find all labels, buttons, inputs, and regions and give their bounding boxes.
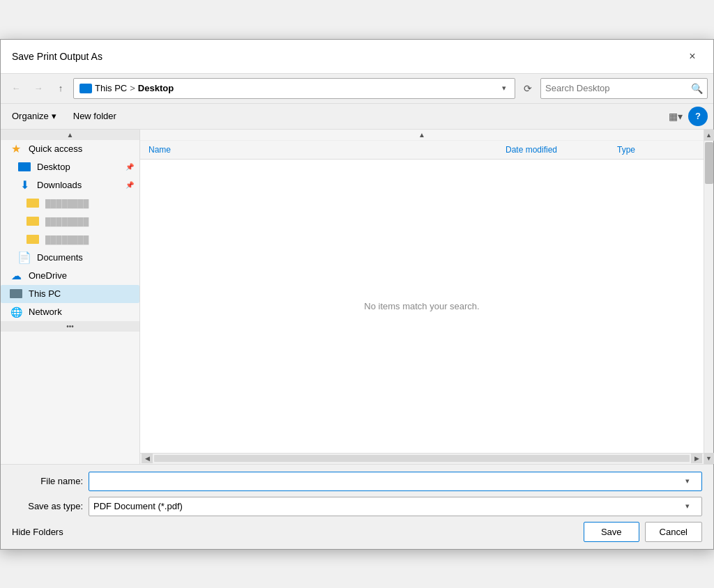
vsb-thumb[interactable] [705,142,713,184]
vsb-up[interactable]: ▲ [704,130,714,141]
breadcrumb-bar[interactable]: This PC > Desktop ▾ [73,78,515,99]
action-row: Hide Folders Save Cancel [12,522,702,542]
savetype-value: PDF Document (*.pdf) [93,501,678,511]
save-button[interactable]: Save [584,522,639,542]
cancel-button[interactable]: Cancel [645,522,702,542]
action-bar-right: ▦ ▾ ? [666,107,708,126]
network-icon: 🌐 [9,307,23,318]
sidebar-item-network[interactable]: 🌐 Network [1,303,139,321]
sidebar-label-downloads: Downloads [37,180,120,190]
hscroll-left[interactable]: ◀ [142,454,153,463]
close-button[interactable]: × [683,47,702,66]
hide-folders-button[interactable]: Hide Folders [12,527,63,537]
filename-row: File name: ▾ [12,472,702,491]
search-box: 🔍 [540,78,708,99]
empty-message: No items match your search. [364,301,479,311]
toolbar: ← → ↑ This PC > Desktop ▾ ⟳ 🔍 [1,74,713,104]
file-area: ▲ Name Date modified Type No items match… [140,130,704,464]
new-folder-button[interactable]: New folder [68,108,122,124]
downloads-icon: ⬇ [17,180,31,191]
sidebar-item-desktop[interactable]: Desktop 📌 [1,158,139,176]
title-bar: Save Print Output As × [1,40,713,74]
file-scroll-up[interactable]: ▲ [140,130,704,141]
star-icon: ★ [9,144,23,155]
sidebar-label-thispc: This PC [29,288,134,299]
sidebar-item-folder1[interactable]: ████████ [1,194,139,212]
sidebar-label-folder2: ████████ [45,217,134,226]
pc-icon [79,84,92,93]
file-list-header: Name Date modified Type [140,141,704,160]
sidebar-item-documents[interactable]: 📄 Documents [1,249,139,267]
pin-icon-downloads: 📌 [126,181,134,189]
hscroll-right[interactable]: ▶ [691,454,702,463]
sidebar-label-onedrive: OneDrive [29,270,134,281]
bottom-panel: File name: ▾ Save as type: PDF Document … [1,464,713,549]
sidebar-item-downloads[interactable]: ⬇ Downloads 📌 [1,176,139,194]
sidebar-scroll-down[interactable]: ••• [1,321,139,332]
filename-label: File name: [12,476,89,486]
breadcrumb-current: Desktop [138,83,174,93]
forward-button[interactable]: → [29,79,48,98]
vertical-scrollbar[interactable]: ▲ ▼ [704,130,713,464]
help-button[interactable]: ? [688,107,708,126]
vsb-down[interactable]: ▼ [704,453,714,464]
savetype-dropdown-button[interactable]: ▾ [678,498,697,515]
organize-arrow: ▾ [52,111,56,121]
savetype-label: Save as type: [12,501,89,511]
main-content: ▲ ★ Quick access Desktop 📌 ⬇ [1,130,713,464]
sidebar-label-folder1: ████████ [45,199,134,208]
pin-icon-desktop: 📌 [126,163,134,171]
sidebar-item-folder3[interactable]: ████████ [1,231,139,249]
filename-input-wrap: ▾ [89,472,702,491]
sidebar-scroll-up[interactable]: ▲ [1,130,139,140]
filename-dropdown-button[interactable]: ▾ [678,473,697,490]
sidebar-item-folder2[interactable]: ████████ [1,212,139,231]
vsb-track[interactable] [705,185,713,453]
folder1-icon [26,198,40,209]
breadcrumb-sep1: > [130,83,135,93]
dialog-title: Save Print Output As [12,51,102,62]
folder3-icon [26,234,40,245]
view-button[interactable]: ▦ ▾ [666,107,685,126]
sidebar-label-folder3: ████████ [45,235,134,244]
sidebar-item-quick-access[interactable]: ★ Quick access [1,140,139,158]
organize-button[interactable]: Organize ▾ [6,108,62,124]
onedrive-icon: ☁ [9,270,23,281]
organize-label: Organize [12,111,49,121]
breadcrumb: This PC > Desktop [79,83,499,93]
col-date[interactable]: Date modified [503,144,614,156]
back-button[interactable]: ← [6,79,26,98]
refresh-button[interactable]: ⟳ [518,79,538,98]
col-name[interactable]: Name [146,144,503,156]
thispc-icon [9,288,23,300]
sidebar-label-desktop: Desktop [37,162,120,172]
sidebar-label-documents: Documents [37,252,134,263]
sidebar-label-quick-access: Quick access [29,144,134,154]
filename-input[interactable] [93,476,678,486]
hscroll-track[interactable] [154,455,690,462]
desktop-icon [17,162,31,173]
sidebar-item-onedrive[interactable]: ☁ OneDrive [1,267,139,285]
save-dialog: Save Print Output As × ← → ↑ This PC > D… [0,39,714,550]
search-icon: 🔍 [691,83,703,94]
horizontal-scrollbar[interactable]: ◀ ▶ [140,453,704,464]
search-input[interactable] [545,83,691,93]
sidebar-item-thispc[interactable]: This PC [1,285,139,303]
savetype-select-wrap[interactable]: PDF Document (*.pdf) ▾ [89,497,702,516]
action-buttons: Save Cancel [584,522,702,542]
sidebar-label-network: Network [29,307,134,317]
breadcrumb-dropdown-button[interactable]: ▾ [499,84,509,93]
savetype-row: Save as type: PDF Document (*.pdf) ▾ [12,497,702,516]
sidebar: ▲ ★ Quick access Desktop 📌 ⬇ [1,130,140,464]
documents-icon: 📄 [17,252,31,263]
file-list-empty: No items match your search. [140,160,704,453]
folder2-icon [26,216,40,227]
up-button[interactable]: ↑ [51,79,70,98]
breadcrumb-thispc: This PC [95,83,127,93]
col-type[interactable]: Type [614,144,698,156]
action-bar: Organize ▾ New folder ▦ ▾ ? [1,104,713,130]
